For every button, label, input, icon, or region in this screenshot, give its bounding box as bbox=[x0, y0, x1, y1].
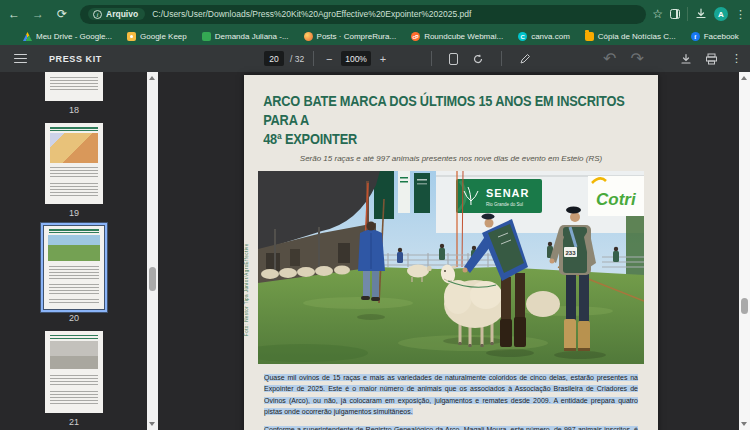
cna-banners bbox=[374, 171, 430, 219]
bookmarks-bar: Meu Drive - Google... Google Keep Demand… bbox=[0, 28, 750, 45]
page-canvas: ARCO BATE MARCA DOS ÚLTIMOS 15 ANOS EM I… bbox=[160, 72, 739, 430]
pdf-toolbar: PRESS KIT 20 / 32 − 100% + ↶ ↷ bbox=[0, 45, 750, 72]
fit-page-icon[interactable] bbox=[449, 53, 458, 65]
google-sheets-icon bbox=[202, 32, 211, 41]
bookmark-canva[interactable]: C canva.com bbox=[518, 32, 570, 41]
article-headline: ARCO BATE MARCA DOS ÚLTIMOS 15 ANOS EM I… bbox=[257, 92, 646, 149]
thumbnail-scrollbar[interactable] bbox=[147, 72, 158, 430]
download-icon[interactable] bbox=[680, 53, 692, 65]
thumbnail-page-18[interactable]: 18 bbox=[45, 72, 103, 123]
annotate-pen-icon[interactable] bbox=[519, 53, 531, 65]
scheme-label: Arquivo bbox=[106, 9, 138, 19]
thumbnail-page-21[interactable]: 21 bbox=[45, 331, 103, 430]
svg-text:Rio Grande do Sul: Rio Grande do Sul bbox=[486, 202, 523, 207]
bookmark-copia-noticias[interactable]: Cópia de Notícias C... bbox=[585, 32, 676, 41]
article-photo: SENAR Rio Grande do Sul Cotri bbox=[258, 171, 644, 364]
bookmark-meu-drive[interactable]: Meu Drive - Google... bbox=[23, 32, 112, 41]
sheep-background bbox=[526, 291, 560, 317]
comprerural-icon bbox=[304, 32, 313, 41]
scrollbar-thumb[interactable] bbox=[741, 298, 748, 314]
profile-avatar[interactable]: A bbox=[714, 7, 728, 21]
thumbnail-label: 20 bbox=[44, 313, 104, 323]
thumbnail-page-20[interactable]: 20 bbox=[44, 226, 104, 331]
bookmark-star-icon[interactable]: ☆ bbox=[652, 7, 663, 21]
print-icon[interactable] bbox=[705, 53, 718, 65]
bookmark-google-keep[interactable]: Google Keep bbox=[127, 32, 187, 41]
scroll-down-icon[interactable] bbox=[741, 422, 747, 426]
address-bar[interactable]: i Arquivo C:/Users/User/Downloads/Press%… bbox=[80, 5, 646, 24]
svg-text:SENAR: SENAR bbox=[486, 187, 530, 199]
sidebar-menu-icon[interactable] bbox=[14, 54, 27, 64]
toolbar-divider bbox=[313, 51, 314, 66]
article-subtitle: Serão 15 raças e até 997 animais present… bbox=[257, 154, 645, 163]
redo-icon[interactable]: ↷ bbox=[630, 49, 643, 68]
thumbnail-page-19[interactable]: 19 bbox=[45, 123, 103, 226]
cotrijal-sign: Cotri bbox=[588, 176, 644, 216]
scroll-up-icon[interactable] bbox=[149, 76, 155, 80]
bookmark-demanda-juliana[interactable]: Demanda Juliana -... bbox=[202, 32, 289, 41]
selected-text: Conforme a superintendente de Registro G… bbox=[264, 426, 638, 430]
bookmark-facebook[interactable]: f Facebook bbox=[691, 32, 739, 41]
forward-icon[interactable]: → bbox=[28, 4, 48, 24]
google-keep-icon bbox=[127, 32, 136, 41]
svg-text:Cotri: Cotri bbox=[596, 190, 637, 209]
url-text: C:/Users/User/Downloads/Press%20Kit%20Ag… bbox=[152, 9, 471, 19]
info-icon[interactable]: i bbox=[93, 10, 102, 19]
zoom-level-input[interactable]: 100% bbox=[341, 51, 371, 66]
side-panel-icon[interactable] bbox=[670, 9, 680, 19]
senar-banner: SENAR Rio Grande do Sul bbox=[456, 179, 542, 213]
browser-menu-icon[interactable]: ⋮ bbox=[735, 8, 746, 21]
pdf-tools: ↶ ↷ bbox=[428, 45, 644, 72]
downloads-icon[interactable] bbox=[695, 8, 707, 20]
pdf-toolbar-right: ⋮ bbox=[680, 45, 742, 72]
rotate-icon[interactable] bbox=[472, 53, 484, 65]
facebook-icon: f bbox=[691, 32, 700, 41]
bookmark-comprerural[interactable]: Posts · CompreRura... bbox=[304, 32, 397, 41]
article-paragraph-2: Conforme a superintendente de Registro G… bbox=[264, 424, 638, 430]
article-paragraph-1: Quase mil ovinos de 15 raças e mais as v… bbox=[264, 372, 638, 418]
toolbar-actions: ☆ A ⋮ bbox=[652, 7, 746, 21]
scroll-down-icon[interactable] bbox=[149, 422, 155, 426]
page-total-label: / 32 bbox=[290, 54, 304, 64]
scrollbar-thumb[interactable] bbox=[149, 267, 156, 291]
thumbnail-label: 19 bbox=[45, 208, 103, 218]
svg-text:233: 233 bbox=[565, 250, 576, 256]
pdf-menu-icon[interactable]: ⋮ bbox=[731, 52, 742, 65]
scroll-up-icon[interactable] bbox=[741, 76, 747, 80]
back-icon[interactable]: ← bbox=[4, 4, 24, 24]
browser-window: ← → ⟳ i Arquivo C:/Users/User/Downloads/… bbox=[0, 0, 750, 430]
bookmark-roundcube[interactable]: cP Roundcube Webmai... bbox=[411, 32, 503, 41]
roundcube-icon: cP bbox=[411, 32, 420, 41]
pdf-viewer: 18 19 bbox=[0, 72, 750, 430]
google-drive-icon bbox=[23, 32, 32, 41]
toolbar-divider bbox=[687, 7, 688, 21]
page-controls: 20 / 32 − 100% + bbox=[264, 45, 389, 72]
toolbar-divider bbox=[431, 51, 432, 66]
document-title: PRESS KIT bbox=[49, 54, 102, 64]
canva-icon: C bbox=[518, 32, 527, 41]
thumbnail-sidebar: 18 19 bbox=[0, 72, 160, 430]
photo-credit: Foto: Nestor Tipa Júnior/AgroEffective bbox=[244, 243, 249, 336]
browser-toolbar: ← → ⟳ i Arquivo C:/Users/User/Downloads/… bbox=[0, 0, 750, 28]
thumbnail-label: 18 bbox=[45, 105, 103, 115]
zoom-in-button[interactable]: + bbox=[377, 53, 389, 65]
document-scrollbar[interactable] bbox=[739, 72, 750, 430]
pdf-page-20: ARCO BATE MARCA DOS ÚLTIMOS 15 ANOS EM I… bbox=[244, 75, 658, 430]
undo-icon[interactable]: ↶ bbox=[603, 49, 616, 68]
folder-icon bbox=[585, 32, 594, 41]
toolbar-divider bbox=[501, 51, 502, 66]
file-scheme-chip[interactable]: i Arquivo bbox=[88, 8, 145, 20]
reload-icon[interactable]: ⟳ bbox=[52, 4, 72, 24]
thumbnail-label: 21 bbox=[45, 417, 103, 427]
selected-text: Quase mil ovinos de 15 raças e mais as v… bbox=[264, 374, 638, 415]
zoom-out-button[interactable]: − bbox=[323, 53, 335, 65]
page-number-input[interactable]: 20 bbox=[264, 51, 284, 66]
